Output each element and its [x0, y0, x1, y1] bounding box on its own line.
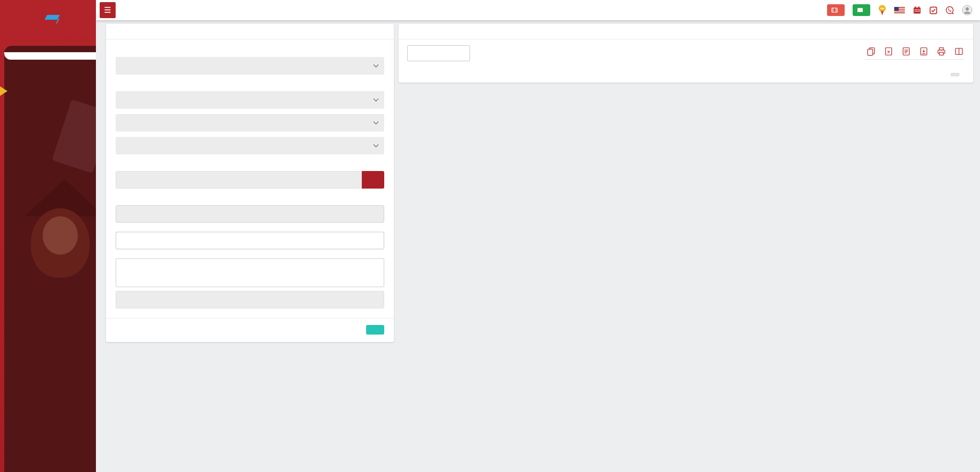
e-library-button[interactable]: [853, 4, 870, 16]
chevron-down-icon: [374, 96, 379, 102]
item-category-select[interactable]: [116, 57, 384, 75]
description-input[interactable]: [116, 291, 384, 308]
item-category-label: [116, 46, 384, 53]
graduation-cap-icon: [45, 15, 60, 20]
store-select[interactable]: [116, 137, 384, 154]
pagination-page-1[interactable]: [951, 73, 959, 76]
item-label: [116, 80, 384, 87]
file-export-icon[interactable]: [902, 47, 911, 56]
pdf-export-icon[interactable]: [919, 47, 928, 56]
export-button-group: X: [865, 47, 965, 60]
purchase-price-label: [116, 194, 384, 201]
e-learning-button[interactable]: [827, 4, 845, 16]
quantity-input[interactable]: [116, 171, 362, 189]
inventory-submenu: [4, 52, 96, 60]
sidebar-menu-panel: [4, 46, 96, 472]
user-avatar-icon[interactable]: [962, 5, 973, 15]
purchase-price-input[interactable]: [116, 205, 384, 223]
file-dropzone[interactable]: [116, 258, 384, 287]
whatsapp-icon[interactable]: [945, 6, 954, 14]
quantity-label: [116, 160, 384, 167]
header-actions: [827, 4, 980, 16]
item-stock-list-card: X: [399, 24, 973, 83]
calendar-icon[interactable]: [913, 6, 921, 14]
medal-icon[interactable]: [878, 5, 886, 16]
hamburger-icon: ☰: [104, 5, 111, 15]
pennant-decoration: [0, 86, 7, 96]
us-flag-icon[interactable]: [894, 7, 905, 13]
chevron-down-icon: [374, 62, 379, 68]
item-select[interactable]: [116, 91, 384, 109]
mascot-illustration: [15, 158, 96, 318]
column-visibility-icon[interactable]: [954, 47, 963, 56]
date-input[interactable]: [116, 232, 384, 249]
copy-icon[interactable]: [866, 47, 876, 56]
top-header-bar: ☰: [96, 0, 980, 20]
form-card-title: [106, 24, 394, 39]
hamburger-menu-button[interactable]: ☰: [100, 2, 116, 18]
supplier-select[interactable]: [116, 114, 384, 132]
film-icon: [831, 7, 838, 13]
add-item-stock-card: [106, 24, 394, 342]
sidebar-menu: [4, 46, 96, 60]
book-icon: [857, 7, 863, 13]
save-button[interactable]: [366, 325, 384, 335]
svg-text:X: X: [887, 50, 890, 54]
chevron-down-icon: [374, 119, 379, 125]
search-input[interactable]: [407, 45, 470, 61]
app-logo: [0, 12, 96, 21]
pagination: [945, 73, 965, 76]
table-card-title: [399, 24, 973, 39]
tasks-check-icon[interactable]: [929, 6, 937, 14]
excel-export-icon[interactable]: X: [884, 47, 893, 56]
sidebar: [0, 0, 96, 472]
print-icon[interactable]: [937, 47, 946, 56]
chevron-down-icon: [374, 142, 379, 148]
quantity-add-button[interactable]: [362, 171, 384, 189]
